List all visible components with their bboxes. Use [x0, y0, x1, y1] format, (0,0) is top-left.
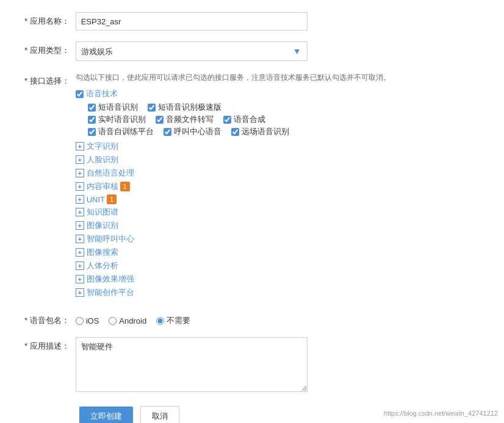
interface-desc: 勾选以下接口，使此应用可以请求已勾选的接口服务，注意语音技术服务已默认勾选并不可…	[76, 72, 480, 84]
image-recognition-item[interactable]: + 图像识别	[76, 220, 480, 231]
app-name-input[interactable]	[76, 12, 308, 30]
text-recognition-expand-icon[interactable]: +	[76, 142, 84, 151]
speech-synthesis-checkbox[interactable]	[223, 116, 231, 124]
short-speech-label[interactable]: 短语音识别	[88, 102, 138, 113]
android-radio[interactable]	[109, 317, 117, 325]
speech-tech-header: 语音技术	[76, 88, 480, 99]
speech-tech-group: 语音技术 短语音识别 短语音识别极速版	[76, 88, 480, 138]
realtime-speech-label[interactable]: 实时语音识别	[88, 114, 146, 125]
ios-radio[interactable]	[76, 317, 84, 325]
face-recognition-item[interactable]: + 人脸识别	[76, 154, 480, 165]
interface-label: * 接口选择：	[24, 72, 76, 87]
none-radio-label[interactable]: 不需要	[156, 315, 190, 326]
speech-pkg-content: iOS Android 不需要	[76, 311, 480, 326]
speech-row-1: 短语音识别 短语音识别极速版	[88, 102, 480, 113]
speech-train-label[interactable]: 语音自训练平台	[88, 126, 154, 137]
audio-convert-checkbox[interactable]	[156, 116, 164, 124]
short-speech-checkbox[interactable]	[88, 104, 96, 112]
nlp-item[interactable]: + 自然语言处理	[76, 168, 480, 179]
speech-tech-label: 语音技术	[86, 88, 118, 99]
image-enhance-expand-icon[interactable]: +	[76, 275, 84, 283]
far-field-label[interactable]: 远场语音识别	[231, 126, 289, 137]
smart-creation-expand-icon[interactable]: +	[76, 288, 84, 297]
short-speech-fast-label[interactable]: 短语音识别极速版	[148, 102, 221, 113]
app-type-label: * 应用类型：	[24, 41, 76, 56]
body-analysis-item[interactable]: + 人体分析	[76, 260, 480, 271]
knowledge-graph-item[interactable]: + 知识图谱	[76, 207, 480, 218]
face-recognition-expand-icon[interactable]: +	[76, 155, 84, 164]
none-radio[interactable]	[156, 317, 164, 325]
app-name-row: * 应用名称：	[24, 12, 480, 30]
speech-pkg-row: * 语音包名： iOS Android 不需要	[24, 311, 480, 326]
content-review-item[interactable]: + 内容审核 1	[76, 181, 480, 192]
speech-tech-children: 短语音识别 短语音识别极速版 实时语音识别	[88, 102, 480, 138]
app-desc-row: * 应用描述： 智能硬件	[24, 337, 480, 394]
app-type-select[interactable]: 游戏娱乐 社交网络 教育学习 生活服务 商业企业 其他	[76, 41, 308, 61]
image-enhance-label: 图像效果增强	[87, 274, 134, 285]
unit-item[interactable]: + UNIT 1	[76, 194, 480, 204]
content-review-label: 内容审核	[87, 181, 118, 192]
speech-synthesis-label[interactable]: 语音合成	[223, 114, 265, 125]
app-name-content	[76, 12, 480, 30]
nlp-label: 自然语言处理	[87, 168, 134, 179]
smart-call-center-label: 智能呼叫中心	[87, 233, 134, 244]
none-radio-text: 不需要	[167, 315, 190, 326]
interface-tree: 语音技术 短语音识别 短语音识别极速版	[76, 88, 480, 298]
app-name-label: * 应用名称：	[24, 12, 76, 27]
image-recognition-label: 图像识别	[87, 220, 118, 231]
interface-content: 勾选以下接口，使此应用可以请求已勾选的接口服务，注意语音技术服务已默认勾选并不可…	[76, 72, 480, 300]
speech-tech-checkbox[interactable]	[76, 90, 84, 98]
speech-pkg-radio-group: iOS Android 不需要	[76, 311, 480, 326]
smart-call-center-item[interactable]: + 智能呼叫中心	[76, 233, 480, 244]
speech-pkg-label: * 语音包名：	[24, 311, 76, 326]
android-radio-label[interactable]: Android	[109, 316, 146, 325]
speech-tech-checkbox-label[interactable]: 语音技术	[76, 88, 118, 99]
smart-creation-label: 智能创作平台	[87, 287, 134, 298]
call-center-checkbox[interactable]	[164, 128, 171, 136]
app-type-row: * 应用类型： 游戏娱乐 社交网络 教育学习 生活服务 商业企业 其他 ▼	[24, 41, 480, 61]
image-search-item[interactable]: + 图像搜索	[76, 247, 480, 258]
app-desc-textarea[interactable]: 智能硬件	[76, 337, 308, 392]
android-radio-text: Android	[119, 316, 146, 325]
content-review-badge: 1	[120, 182, 130, 191]
face-recognition-label: 人脸识别	[87, 154, 118, 165]
unit-badge: 1	[107, 194, 117, 204]
unit-expand-icon[interactable]: +	[76, 195, 84, 204]
submit-button[interactable]: 立即创建	[79, 407, 133, 423]
realtime-speech-checkbox[interactable]	[88, 116, 96, 124]
knowledge-graph-label: 知识图谱	[87, 207, 118, 218]
app-desc-content: 智能硬件	[76, 337, 480, 394]
app-desc-label: * 应用描述：	[24, 337, 76, 352]
text-recognition-item[interactable]: + 文字识别	[76, 141, 480, 152]
watermark: https://blog.csdn.net/weixin_42741212	[384, 410, 498, 417]
ios-radio-text: iOS	[86, 316, 99, 325]
speech-row-2: 实时语音识别 音频文件转写 语音合成	[88, 114, 480, 125]
cancel-button[interactable]: 取消	[140, 406, 179, 423]
interface-row: * 接口选择： 勾选以下接口，使此应用可以请求已勾选的接口服务，注意语音技术服务…	[24, 72, 480, 300]
image-enhance-item[interactable]: + 图像效果增强	[76, 274, 480, 285]
app-type-content: 游戏娱乐 社交网络 教育学习 生活服务 商业企业 其他 ▼	[76, 41, 480, 61]
audio-convert-label[interactable]: 音频文件转写	[156, 114, 214, 125]
speech-train-checkbox[interactable]	[88, 128, 96, 136]
body-analysis-expand-icon[interactable]: +	[76, 261, 84, 270]
content-review-expand-icon[interactable]: +	[76, 182, 84, 191]
far-field-checkbox[interactable]	[231, 128, 239, 136]
nlp-expand-icon[interactable]: +	[76, 169, 84, 177]
smart-creation-item[interactable]: + 智能创作平台	[76, 287, 480, 298]
body-analysis-label: 人体分析	[87, 260, 118, 271]
short-speech-fast-checkbox[interactable]	[148, 104, 156, 112]
image-search-label: 图像搜索	[87, 247, 118, 258]
image-recognition-expand-icon[interactable]: +	[76, 221, 84, 230]
unit-label: UNIT	[87, 195, 105, 204]
text-recognition-label: 文字识别	[87, 141, 118, 152]
app-type-select-wrapper: 游戏娱乐 社交网络 教育学习 生活服务 商业企业 其他 ▼	[76, 41, 308, 61]
knowledge-graph-expand-icon[interactable]: +	[76, 208, 84, 216]
image-search-expand-icon[interactable]: +	[76, 248, 84, 257]
speech-row-3: 语音自训练平台 呼叫中心语音 远场语音识别	[88, 126, 480, 137]
smart-call-center-expand-icon[interactable]: +	[76, 235, 84, 243]
ios-radio-label[interactable]: iOS	[76, 316, 99, 325]
call-center-label[interactable]: 呼叫中心语音	[164, 126, 221, 137]
